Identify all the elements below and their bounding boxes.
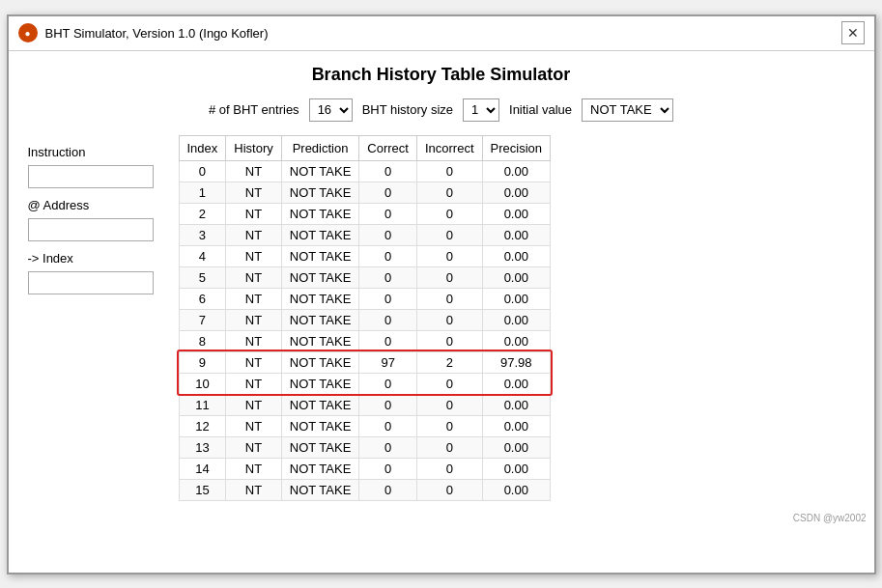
table-wrapper: Index History Prediction Correct Incorre… [179,135,552,501]
table-row: 0NTNOT TAKE000.00 [179,160,551,182]
col-header-correct: Correct [359,135,417,160]
left-panel: Instruction @ Address -> Index [28,135,163,501]
window-title: BHT Simulator, Version 1.0 (Ingo Kofler) [45,26,269,41]
col-header-history: History [226,135,281,160]
title-bar: ● BHT Simulator, Version 1.0 (Ingo Kofle… [9,16,874,51]
address-label: @ Address [28,198,163,212]
history-size-label: BHT history size [362,102,453,117]
main-title: Branch History Table Simulator [9,51,874,95]
table-row: 9NTNOT TAKE97297.98 [179,351,551,373]
index-label: -> Index [28,251,163,266]
table-row: 11NTNOT TAKE000.00 [179,394,551,415]
table-row: 5NTNOT TAKE000.00 [179,266,551,288]
table-row: 12NTNOT TAKE000.00 [179,415,551,436]
table-row: 3NTNOT TAKE000.00 [179,224,551,245]
table-row: 1NTNOT TAKE000.00 [179,182,551,203]
col-header-prediction: Prediction [281,135,359,160]
table-row: 2NTNOT TAKE000.00 [179,203,551,224]
content-area: Instruction @ Address -> Index Index His… [9,135,874,511]
table-row: 8NTNOT TAKE000.00 [179,330,551,351]
app-icon: ● [18,23,38,42]
history-size-select[interactable]: 1 2 3 [463,98,499,122]
watermark: CSDN @yw2002 [9,511,874,525]
table-row: 10NTNOT TAKE000.00 [179,373,551,394]
instruction-input[interactable] [28,165,154,188]
col-header-precision: Precision [482,135,550,160]
instruction-label: Instruction [28,145,163,159]
col-header-index: Index [179,135,226,160]
main-window: ● BHT Simulator, Version 1.0 (Ingo Kofle… [7,14,876,574]
bht-entries-label: # of BHT entries [209,102,299,117]
table-row: 4NTNOT TAKE000.00 [179,245,551,266]
close-button[interactable]: ✕ [841,21,865,44]
bht-table: Index History Prediction Correct Incorre… [179,135,552,501]
controls-bar: # of BHT entries 16 32 64 BHT history si… [9,95,874,135]
table-header-row: Index History Prediction Correct Incorre… [179,135,551,160]
index-section: -> Index [28,251,163,294]
table-row: 6NTNOT TAKE000.00 [179,288,551,309]
address-section: @ Address [28,198,163,241]
address-input[interactable] [28,218,154,241]
instruction-section: Instruction [28,145,163,188]
table-row: 15NTNOT TAKE000.00 [179,479,551,500]
col-header-incorrect: Incorrect [416,135,482,160]
title-bar-left: ● BHT Simulator, Version 1.0 (Ingo Kofle… [18,23,269,42]
initial-value-select[interactable]: NOT TAKE TAKE [582,98,673,122]
table-row: 7NTNOT TAKE000.00 [179,309,551,330]
table-row: 14NTNOT TAKE000.00 [179,458,551,479]
table-row: 13NTNOT TAKE000.00 [179,436,551,458]
index-input[interactable] [28,271,154,294]
bht-entries-select[interactable]: 16 32 64 [309,98,353,122]
initial-value-label: Initial value [509,102,572,117]
